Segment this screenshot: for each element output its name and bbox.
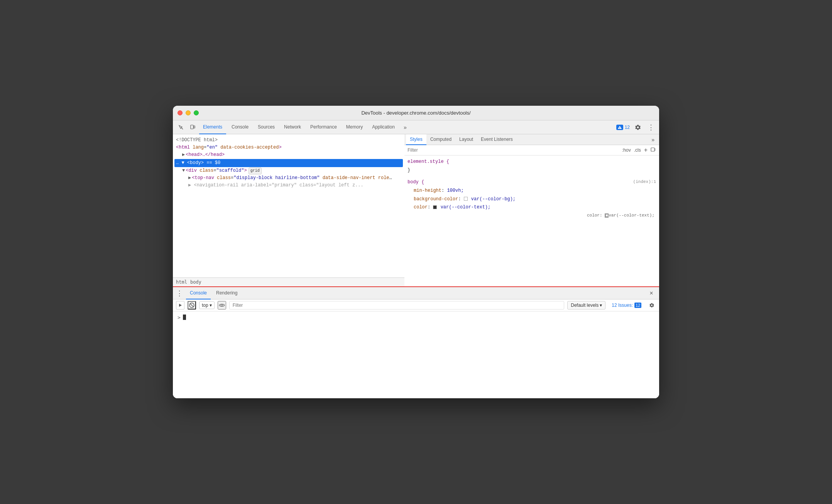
console-prompt-symbol: > [178, 315, 181, 320]
console-clear-button[interactable] [176, 301, 184, 310]
console-context-selector[interactable]: top ▾ [199, 301, 215, 309]
svg-rect-3 [619, 127, 620, 128]
close-button[interactable] [178, 110, 183, 115]
dom-line-topnav: ▶<top-nav class="display-block hairline-… [176, 174, 392, 182]
styles-panel: Styles Computed Layout Event Listeners »… [404, 134, 659, 286]
body-rule-selector: body { [408, 178, 424, 187]
inspect-element-button[interactable] [176, 122, 186, 132]
body-rule-source[interactable]: (index):1 [633, 178, 656, 186]
console-panel: ⋮ Console Rendering × [173, 286, 659, 398]
default-levels-button[interactable]: Default levels ▾ [567, 301, 605, 310]
minimize-button[interactable] [186, 110, 191, 115]
dom-line-html: <html lang="en" data-cookies-accepted> [176, 144, 401, 151]
console-issues-icon: 12 [634, 303, 641, 308]
dom-panel: <!DOCTYPE html> <html lang="en" data-coo… [173, 134, 404, 286]
tab-network[interactable]: Network [280, 120, 305, 134]
style-rule-body: body { (index):1 min-height: 100vh; back… [408, 178, 656, 219]
top-toolbar: Elements Console Sources Network Perform… [173, 120, 659, 134]
issues-count: 12 [625, 125, 630, 130]
hov-button[interactable]: :hov [622, 147, 631, 153]
styles-tab-event-listeners[interactable]: Event Listeners [477, 134, 517, 145]
element-style-close: } [408, 166, 656, 175]
issues-badge[interactable]: 12 [616, 125, 630, 130]
svg-rect-2 [194, 126, 195, 128]
dom-breadcrumb: html body [173, 277, 404, 286]
tab-application[interactable]: Application [368, 120, 399, 134]
console-tab-console[interactable]: Console [186, 287, 211, 299]
traffic-lights [178, 110, 199, 115]
new-style-rule-button[interactable] [651, 147, 656, 154]
console-filter-bar: top ▾ Default levels ▾ 12 Issues: [173, 299, 659, 311]
more-options-button[interactable]: ⋮ [646, 122, 656, 132]
tab-elements[interactable]: Elements [199, 120, 226, 134]
toolbar-right: 12 ⋮ [616, 122, 656, 132]
body-background-color: background-color: var(--color-bg); [408, 195, 656, 204]
console-prohibit-button[interactable] [188, 301, 196, 310]
element-style-selector: element.style { [408, 158, 656, 166]
dom-line-head: ▶<head>…</head> [176, 151, 401, 159]
tab-console[interactable]: Console [228, 120, 252, 134]
console-toolbar: ⋮ Console Rendering × [173, 287, 659, 299]
console-context-label: top [202, 303, 208, 308]
issues-icon [616, 125, 623, 130]
svg-marker-8 [179, 304, 182, 307]
dom-line-navrail: ▶ <navigation-rail aria-label="primary" … [176, 182, 392, 189]
tab-sources[interactable]: Sources [254, 120, 279, 134]
tab-memory[interactable]: Memory [342, 120, 367, 134]
devtools-body: Elements Console Sources Network Perform… [173, 120, 659, 398]
console-more-options[interactable]: ⋮ [176, 289, 183, 298]
add-style-button[interactable]: + [644, 147, 648, 154]
window-title: DevTools - developer.chrome.com/docs/dev… [361, 110, 470, 116]
console-input-area[interactable]: > [173, 311, 659, 398]
maximize-button[interactable] [194, 110, 199, 115]
svg-line-0 [181, 127, 183, 129]
tab-performance[interactable]: Performance [306, 120, 341, 134]
devtools-window: DevTools - developer.chrome.com/docs/dev… [173, 106, 659, 398]
styles-tab-layout[interactable]: Layout [455, 134, 477, 145]
faded-line: color: ■var(--color-text); [408, 212, 656, 220]
console-cursor [183, 315, 186, 320]
background-color-swatch[interactable] [464, 197, 468, 201]
color-swatch[interactable] [433, 205, 437, 209]
styles-content: element.style { } body { (index):1 [404, 156, 659, 286]
settings-button[interactable] [633, 122, 643, 132]
dom-line-body[interactable]: … ▼ <body> == $0 [174, 159, 403, 167]
default-levels-arrow: ▾ [600, 303, 602, 308]
breadcrumb-body[interactable]: body [190, 279, 201, 285]
styles-filter-bar: :hov .cls + [404, 145, 659, 156]
console-eye-button[interactable] [218, 301, 226, 310]
body-min-height: min-height: 100vh; [408, 187, 656, 195]
styles-toolbar: Styles Computed Layout Event Listeners » [404, 134, 659, 145]
svg-rect-5 [651, 148, 654, 151]
console-issues-label: 12 Issues: [612, 303, 633, 308]
styles-tab-styles[interactable]: Styles [406, 134, 426, 145]
title-bar: DevTools - developer.chrome.com/docs/dev… [173, 106, 659, 120]
styles-tab-computed[interactable]: Computed [426, 134, 455, 145]
device-toggle-button[interactable] [188, 122, 198, 132]
default-levels-label: Default levels [571, 303, 599, 308]
svg-rect-1 [191, 125, 193, 129]
dom-tree[interactable]: <!DOCTYPE html> <html lang="en" data-coo… [173, 134, 404, 277]
style-rule-element: element.style { } [408, 158, 656, 174]
dom-line-scaffold: ▼<div class="scaffold">grid [176, 167, 401, 174]
styles-filter-input[interactable] [408, 147, 619, 153]
console-context-arrow: ▾ [210, 303, 212, 308]
console-settings-button[interactable] [648, 301, 656, 310]
console-close-button[interactable]: × [647, 289, 656, 298]
more-tabs-button[interactable]: » [400, 122, 410, 132]
breadcrumb-html[interactable]: html [176, 279, 187, 285]
console-filter-input[interactable] [229, 301, 565, 310]
main-content: <!DOCTYPE html> <html lang="en" data-coo… [173, 134, 659, 286]
console-tab-rendering[interactable]: Rendering [212, 287, 241, 299]
dom-line-doctype: <!DOCTYPE html> [176, 137, 401, 144]
styles-more-tabs[interactable]: » [648, 137, 658, 143]
console-issues-button[interactable]: 12 Issues: 12 [609, 301, 644, 309]
body-color: color: var(--color-text); [408, 203, 656, 212]
svg-rect-4 [619, 128, 620, 129]
svg-point-11 [221, 304, 223, 306]
svg-line-10 [190, 304, 194, 307]
cls-button[interactable]: .cls [634, 147, 641, 153]
